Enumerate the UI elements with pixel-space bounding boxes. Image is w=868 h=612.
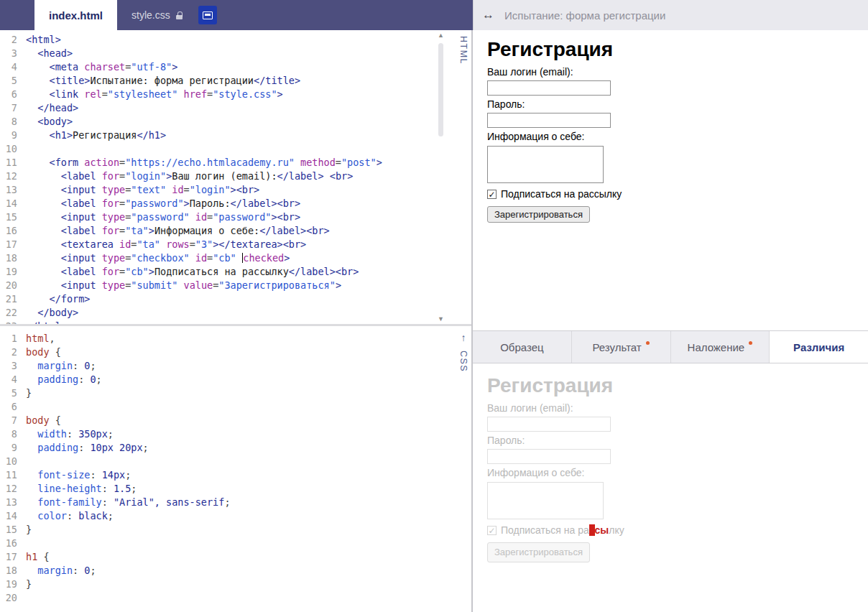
line-text[interactable]: h1 { [26,550,50,564]
line-text[interactable]: <body> [26,115,73,129]
line-text[interactable]: font-family: "Arial", sans-serif; [26,496,231,509]
code-line[interactable]: 4 <meta charset="utf-8"> [0,60,471,74]
line-text[interactable]: <h1>Регистрация</h1> [26,129,166,142]
line-text[interactable]: html, [26,332,55,346]
line-text[interactable]: padding: 10px 20px; [26,441,149,455]
scroll-up-icon[interactable]: ▲ [438,32,444,39]
code-line[interactable]: 5 <title>Испытание: форма регистрации</t… [0,74,471,88]
preview-info-textarea[interactable] [487,146,604,183]
line-text[interactable]: </body> [26,306,78,320]
tab-style-css[interactable]: style.css [117,0,197,30]
html-editor-scrollbar[interactable]: ▲ ▼ [437,32,445,323]
code-line[interactable]: 10 [0,455,471,468]
line-text[interactable]: } [26,578,32,591]
code-line[interactable]: 13 <input type="text" id="login"><br> [0,183,471,197]
code-line[interactable]: 14 color: black; [0,509,471,523]
scrollbar-thumb[interactable] [438,43,443,136]
line-text[interactable]: <head> [26,47,73,60]
line-text[interactable]: body { [26,414,61,427]
code-line[interactable]: 7body { [0,414,471,427]
line-text[interactable]: <textarea id="ta" rows="3"></textarea><b… [26,238,306,251]
line-text[interactable]: </form> [26,292,90,306]
code-line[interactable]: 15 <input type="password" id="password">… [0,210,471,224]
line-text[interactable]: <input type="password" id="password"><br… [26,210,300,224]
code-line[interactable]: 1html, [0,332,471,346]
code-line[interactable]: 7 </head> [0,101,471,115]
tab-index-html[interactable]: index.html [34,0,117,30]
line-text[interactable]: <input type="submit" value="Зарегистриро… [26,279,341,292]
resize-handle-icon[interactable]: ↔ [482,8,494,22]
line-text[interactable]: <label for="login">Ваш логин (email):</l… [26,170,353,183]
preview-password-input[interactable] [487,113,611,128]
tab-differences[interactable]: Различия [769,331,868,363]
code-line[interactable]: 21 </form> [0,292,471,306]
code-line[interactable]: 5} [0,386,471,400]
code-line[interactable]: 10 [0,142,471,156]
code-line[interactable]: 8 width: 350px; [0,427,471,441]
line-text[interactable]: <html> [26,33,61,47]
line-text[interactable]: margin: 0; [26,359,96,373]
code-line[interactable]: 11 <form action="https://echo.htmlacadem… [0,156,471,170]
css-code[interactable]: 1html,2body {3 margin: 0;4 padding: 0;5}… [0,326,471,605]
scroll-down-icon[interactable]: ▼ [438,315,444,323]
code-line[interactable]: 13 font-family: "Arial", sans-serif; [0,496,471,509]
code-line[interactable]: 19 <label for="cb">Подписаться на рассыл… [0,265,471,279]
preview-login-input[interactable] [487,80,611,96]
line-text[interactable]: body { [26,346,61,359]
code-line[interactable]: 9 <h1>Регистрация</h1> [0,129,471,142]
line-text[interactable]: line-height: 1.5; [26,482,137,496]
code-line[interactable]: 16 [0,537,471,550]
code-line[interactable]: 3 margin: 0; [0,359,471,373]
tab-overlay[interactable]: Наложение [670,331,770,363]
code-line[interactable]: 4 padding: 0; [0,373,471,386]
code-line[interactable]: 2<html> [0,33,471,47]
code-line[interactable]: 22 </body> [0,306,471,320]
code-line[interactable]: 15} [0,523,471,537]
code-line[interactable]: 11 font-size: 14px; [0,468,471,482]
line-text[interactable]: <meta charset="utf-8"> [26,60,177,74]
code-line[interactable]: 19} [0,578,471,591]
html-editor[interactable]: 2<html>3 <head>4 <meta charset="utf-8">5… [0,30,471,326]
code-line[interactable]: 17 <textarea id="ta" rows="3"></textarea… [0,238,471,251]
preview-submit-button[interactable]: Зарегистрироваться [487,206,590,223]
code-line[interactable]: 12 line-height: 1.5; [0,482,471,496]
code-line[interactable]: 14 <label for="password">Пароль:</label>… [0,197,471,210]
code-line[interactable]: 23</html> [0,320,471,326]
line-text[interactable]: padding: 0; [26,373,102,386]
panel-arrow-icon[interactable]: ↑ [461,332,466,343]
line-text[interactable]: <label for="cb">Подписаться на рассылку<… [26,265,359,279]
keyboard-toggle-button[interactable] [198,6,217,24]
line-text[interactable]: <form action="https://echo.htmlacademy.r… [26,156,382,170]
line-text[interactable]: color: black; [26,509,114,523]
code-line[interactable]: 16 <label for="ta">Информация о себе:</l… [0,224,471,238]
code-line[interactable]: 18 margin: 0; [0,564,471,578]
line-text[interactable]: <label for="ta">Информация о себе:</labe… [26,224,330,238]
tab-result[interactable]: Результат [571,331,670,363]
code-line[interactable]: 12 <label for="login">Ваш логин (email):… [0,170,471,183]
line-text[interactable]: <input type="text" id="login"><br> [26,183,259,197]
line-text[interactable]: <title>Испытание: форма регистрации</tit… [26,74,300,88]
code-line[interactable]: 9 padding: 10px 20px; [0,441,471,455]
line-text[interactable]: <link rel="stylesheet" href="style.css"> [26,88,283,101]
line-text[interactable]: width: 350px; [26,427,114,441]
line-text[interactable]: } [26,386,32,400]
code-line[interactable]: 8 <body> [0,115,471,129]
tab-sample[interactable]: Образец [473,331,571,363]
code-line[interactable]: 2body { [0,346,471,359]
preview-subscribe-checkbox[interactable]: ✓ [487,190,497,199]
line-text[interactable]: margin: 0; [26,564,96,578]
code-line[interactable]: 6 [0,400,471,414]
line-text[interactable]: font-size: 14px; [26,468,131,482]
code-line[interactable]: 6 <link rel="stylesheet" href="style.css… [0,88,471,101]
code-line[interactable]: 18 <input type="checkbox" id="cb" checke… [0,251,471,265]
code-line[interactable]: 3 <head> [0,47,471,60]
line-text[interactable]: <input type="checkbox" id="cb" checked> [26,251,290,265]
line-text[interactable]: } [26,523,32,537]
line-text[interactable]: </html> [26,320,67,326]
css-editor[interactable]: 1html,2body {3 margin: 0;4 padding: 0;5}… [0,326,471,612]
line-text[interactable]: </head> [26,101,78,115]
code-line[interactable]: 20 [0,591,471,605]
line-text[interactable]: <label for="password">Пароль:</label><br… [26,197,300,210]
html-code[interactable]: 2<html>3 <head>4 <meta charset="utf-8">5… [0,30,471,326]
code-line[interactable]: 20 <input type="submit" value="Зарегистр… [0,279,471,292]
